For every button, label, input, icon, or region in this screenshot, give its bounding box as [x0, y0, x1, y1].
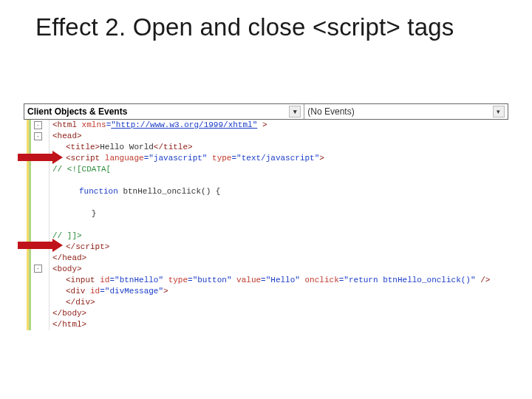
code-token: />: [476, 276, 491, 284]
code-token: <body>: [52, 265, 82, 273]
code-token: =: [100, 287, 105, 296]
fold-toggle-icon[interactable]: -: [34, 132, 42, 140]
code-token: "Hello": [266, 276, 300, 284]
code-token: <div: [66, 287, 90, 296]
code-token: >: [319, 154, 324, 163]
code-token: =: [261, 276, 266, 284]
code-token: </html>: [52, 320, 86, 329]
code-token: function: [79, 187, 118, 196]
code-token: btnHello_onclick() {: [118, 187, 221, 196]
code-token: <title>: [66, 143, 100, 151]
objects-combo[interactable]: Client Objects & Events ▾: [24, 104, 304, 119]
code-token: // ]]>: [52, 231, 82, 240]
code-token: onclick: [300, 276, 339, 284]
code-token: <script: [66, 154, 105, 163]
code-token: id: [90, 287, 100, 296]
code-token: type: [207, 154, 231, 163]
code-token: </body>: [52, 309, 86, 318]
editor-gutter: - - -: [24, 120, 50, 330]
code-token: =: [188, 276, 193, 284]
code-token: Hello World: [100, 143, 154, 151]
code-editor-panel: Client Objects & Events ▾ (No Events) ▾ …: [24, 103, 508, 296]
code-token: type: [163, 276, 188, 284]
code-token: </script>: [66, 242, 109, 251]
fold-toggle-icon[interactable]: -: [34, 265, 42, 273]
code-area: - - - <html xmlns="http://www.w3.org/199…: [24, 120, 508, 330]
code-token: "button": [193, 276, 232, 284]
code-lines[interactable]: <html xmlns="http://www.w3.org/1999/xhtm…: [50, 120, 508, 330]
fold-toggle-icon[interactable]: -: [34, 121, 42, 129]
code-token: "javascript": [149, 154, 207, 163]
code-token: "http://www.w3.org/1999/xhtml": [111, 120, 257, 129]
code-token: language: [105, 154, 144, 163]
editor-combo-bar: Client Objects & Events ▾ (No Events) ▾: [24, 103, 508, 120]
chevron-down-icon: ▾: [493, 106, 505, 117]
events-combo[interactable]: (No Events) ▾: [304, 104, 508, 119]
code-token: >: [257, 120, 267, 129]
code-token: <html: [52, 120, 82, 129]
page-title: Effect 2. Open and close <script> tags: [35, 13, 510, 41]
code-token: xmlns: [82, 120, 106, 129]
code-token: value: [231, 276, 261, 284]
code-token: <head>: [52, 132, 82, 140]
code-token: "return btnHello_onclick()": [344, 276, 475, 284]
events-combo-label: (No Events): [307, 106, 354, 117]
code-token: </head>: [52, 253, 86, 262]
objects-combo-label: Client Objects & Events: [27, 106, 127, 117]
code-token: >: [163, 287, 168, 296]
code-token: // <![CDATA[: [52, 165, 111, 174]
code-token: <input: [66, 276, 100, 284]
code-token: </div>: [66, 298, 95, 307]
code-token: id: [100, 276, 109, 284]
code-token: }: [52, 209, 96, 218]
code-token: "divMessage": [105, 287, 163, 296]
change-marker-bar: [27, 120, 31, 330]
chevron-down-icon: ▾: [289, 106, 301, 117]
code-token: </title>: [154, 143, 193, 151]
code-token: "text/javascript": [236, 154, 319, 163]
code-token: "btnHello": [115, 276, 163, 284]
